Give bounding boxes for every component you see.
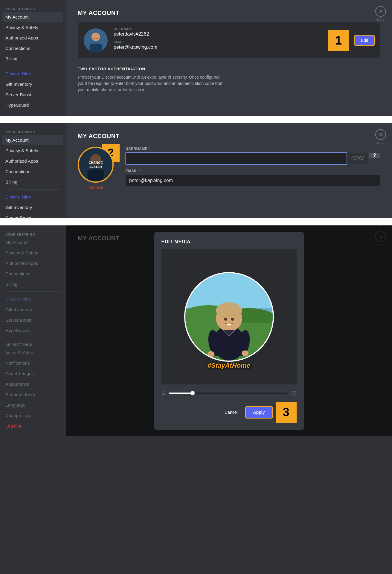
panel3-main: MY ACCOUNT EDIT MEDIA — [66, 225, 392, 436]
sidebar-item-text-p3[interactable]: Text & Images — [2, 369, 63, 378]
sidebar-item-server-boost[interactable]: Server Boost — [2, 90, 63, 100]
sidebar-item-billing-p2[interactable]: Billing — [2, 177, 63, 187]
image-crop-area: #StayAtHome — [161, 249, 297, 384]
edit-button[interactable]: Edit — [355, 36, 374, 45]
change-avatar-text: CHANGE AVATAR — [89, 161, 103, 169]
sidebar-item-privacy-p2[interactable]: Privacy & Safety — [2, 146, 63, 155]
discriminator-box: #2262 — [348, 153, 368, 164]
sidebar-item-hype-p3[interactable]: HypeSquad — [2, 326, 63, 335]
panel-3: USER SETTINGS My Account Privacy & Safet… — [0, 225, 392, 574]
panel1-sidebar: USER SETTINGS My Account Privacy & Safet… — [0, 0, 66, 116]
remove-avatar-button[interactable]: Remove — [78, 185, 114, 190]
svg-point-16 — [216, 302, 242, 319]
help-button[interactable]: ? — [369, 153, 380, 158]
avatar-large[interactable]: CHANGE AVATAR — [78, 147, 114, 183]
panel3-content: USER SETTINGS My Account Privacy & Safet… — [0, 225, 392, 436]
email-value: peter@kapwing.com — [114, 45, 322, 50]
sidebar-item-voice-p3[interactable]: Voice & Video — [2, 348, 63, 358]
avatar-edit-container: 2 CHANGE AVATAR Remove — [78, 147, 380, 190]
modal-title: EDIT MEDIA — [161, 239, 297, 245]
sidebar-item-language-p3[interactable]: Language — [2, 400, 63, 410]
modal-overlay[interactable]: EDIT MEDIA — [66, 225, 392, 436]
sidebar-item-nitro-p3[interactable]: Discord Nitro — [2, 294, 63, 304]
username-input[interactable] — [126, 153, 347, 164]
email-form-label: EMAIL* — [126, 169, 380, 173]
crop-image — [185, 272, 273, 362]
separator-1 — [0, 120, 392, 123]
sidebar-item-my-account-p3[interactable]: My Account — [2, 237, 63, 247]
esc-button[interactable]: ✕ ESC — [375, 6, 386, 22]
sidebar-item-privacy-safety[interactable]: Privacy & Safety — [2, 22, 63, 32]
email-input[interactable] — [126, 175, 380, 186]
crop-circle — [184, 272, 274, 362]
step-badge-1: 1 — [328, 30, 349, 51]
sidebar-item-gift-p2[interactable]: Gift Inventory — [2, 202, 63, 212]
sidebar-item-notif-p3[interactable]: Notifications — [2, 358, 63, 368]
sidebar-item-boost-p2[interactable]: Server Boost — [2, 213, 63, 223]
svg-point-4 — [92, 33, 100, 41]
separator-2 — [0, 222, 392, 225]
sidebar-item-my-account[interactable]: My Account — [2, 12, 63, 22]
sidebar-section-label-p2: USER SETTINGS — [2, 128, 63, 135]
sidebar-section-app-p3: APP SETTINGS — [2, 341, 63, 348]
esc-label-p2: ESC — [377, 141, 384, 145]
sidebar-item-gift-inventory[interactable]: Gift Inventory — [2, 79, 63, 89]
panel2-main: MY ACCOUNT 2 CHANGE AVATAR — [66, 123, 392, 218]
zoom-slider[interactable] — [169, 393, 288, 394]
sidebar-item-connections[interactable]: Connections — [2, 43, 63, 53]
username-form-label: USERNAME* — [126, 147, 380, 151]
avatar-image — [84, 28, 108, 52]
modal-actions: Cancel Apply 3 — [161, 402, 297, 423]
sidebar-item-conn-p3[interactable]: Connections — [2, 269, 63, 279]
sidebar-item-boost-p3[interactable]: Server Boost — [2, 315, 63, 325]
panel2-title: MY ACCOUNT — [78, 133, 380, 140]
apply-button[interactable]: Apply — [246, 407, 272, 418]
sidebar-item-privacy-p3[interactable]: Privacy & Safety — [2, 248, 63, 258]
sidebar-item-hypesquad[interactable]: HypeSquad — [2, 100, 63, 110]
zoom-row: ⊟ ⊞ — [161, 389, 297, 397]
sidebar-item-appearance-p3[interactable]: Appearance — [2, 379, 63, 389]
sidebar-item-auth-p2[interactable]: Authorized Apps — [2, 156, 63, 166]
change-avatar-overlay[interactable]: CHANGE AVATAR — [79, 148, 112, 181]
panel2-sidebar: USER SETTINGS My Account Privacy & Safet… — [0, 123, 66, 218]
hashtag-overlay: #StayAtHome — [208, 362, 250, 370]
zoom-in-icon: ⊞ — [291, 389, 297, 397]
page-title: MY ACCOUNT — [78, 10, 380, 16]
sidebar-item-billing-p3[interactable]: Billing — [2, 279, 63, 289]
sidebar-item-billing[interactable]: Billing — [2, 54, 63, 64]
sidebar-item-discord-nitro[interactable]: Discord Nitro — [2, 69, 63, 79]
esc-button-p2[interactable]: ✕ ESC — [375, 129, 386, 145]
sidebar-item-logout-p3[interactable]: Log Out — [2, 421, 63, 431]
account-card: USERNAME peterdavls#2262 EMAIL peter@kap… — [78, 22, 380, 58]
step-badge-3: 3 — [276, 402, 297, 423]
panel3-sidebar: USER SETTINGS My Account Privacy & Safet… — [0, 225, 66, 436]
sidebar-item-changelog-p3[interactable]: Change Log — [2, 410, 63, 420]
sidebar-divider-p2 — [5, 189, 60, 190]
cancel-button[interactable]: Cancel — [220, 407, 242, 417]
sidebar-divider — [5, 66, 60, 66]
avatar — [84, 28, 108, 52]
sidebar-item-streamer-p3[interactable]: Streamer Mode — [2, 390, 63, 399]
svg-point-22 — [241, 350, 248, 356]
avatar-edit-wrap: 2 CHANGE AVATAR Remove — [78, 147, 114, 190]
sidebar-item-auth-p3[interactable]: Authorized Apps — [2, 258, 63, 268]
tfa-title: TWO-FACTOR AUTHENTICATION — [78, 67, 380, 71]
esc-icon-p2: ✕ — [379, 132, 383, 138]
svg-point-18 — [231, 317, 234, 320]
username-row: #2262 ? — [126, 153, 380, 164]
sidebar-item-my-account-p2[interactable]: My Account — [2, 135, 63, 145]
tfa-description: Protect your Discord account with an ext… — [78, 74, 227, 93]
sidebar-item-gift-p3[interactable]: Gift Inventory — [2, 305, 63, 315]
edit-media-modal: EDIT MEDIA — [154, 232, 304, 430]
panel1-main: MY ACCOUNT USERNAME peterdavls# — [66, 0, 392, 116]
zoom-slider-thumb[interactable] — [190, 391, 195, 395]
esc-circle: ✕ — [375, 6, 386, 17]
esc-circle-p2: ✕ — [375, 129, 386, 140]
sidebar-item-conn-p2[interactable]: Connections — [2, 167, 63, 176]
svg-rect-3 — [90, 44, 102, 52]
sidebar-item-nitro-p2[interactable]: Discord Nitro — [2, 192, 63, 202]
sidebar-item-authorized-apps[interactable]: Authorized Apps — [2, 33, 63, 43]
svg-point-21 — [207, 351, 214, 357]
sidebar-section-user-settings: USER SETTINGS — [2, 5, 63, 12]
username-label: USERNAME — [114, 27, 322, 31]
